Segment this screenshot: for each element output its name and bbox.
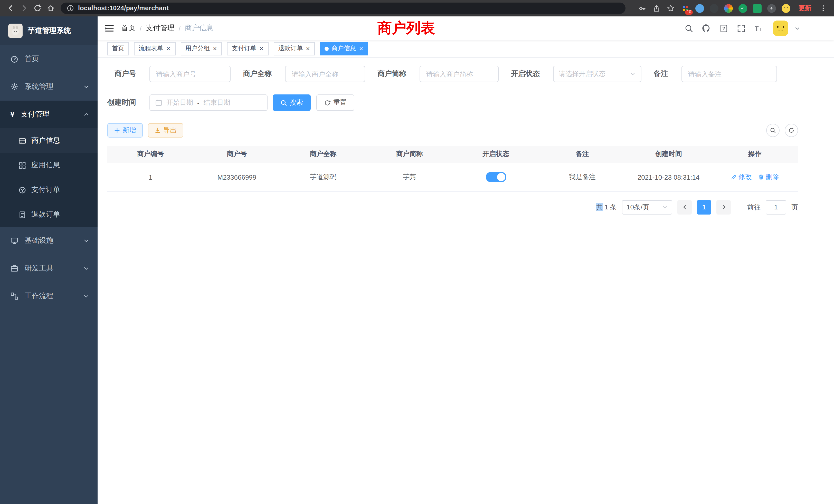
close-icon[interactable]: × [166, 45, 171, 52]
fullscreen-icon[interactable] [735, 22, 747, 35]
refresh-table-button[interactable] [785, 124, 798, 137]
search-icon [280, 99, 287, 106]
tab-process-form[interactable]: 流程表单× [134, 42, 175, 55]
browser-home-button[interactable] [44, 2, 58, 15]
active-dot [325, 46, 329, 50]
sidebar-item-label: 退款订单 [31, 210, 60, 219]
address-bar[interactable]: localhost:1024/pay/merchant [61, 3, 626, 14]
edit-button[interactable]: 修改 [731, 173, 752, 182]
close-icon[interactable]: × [212, 45, 217, 52]
close-icon[interactable]: × [306, 45, 310, 52]
total-prefix: 共 [596, 203, 602, 211]
sidebar-item-label: 系统管理 [25, 82, 53, 91]
browser-update-button[interactable]: 更新 [798, 4, 811, 13]
breadcrumb-payment[interactable]: 支付管理 [146, 24, 175, 33]
close-icon[interactable]: × [359, 45, 364, 52]
status-toggle[interactable] [486, 172, 506, 182]
filter-merchant-no: 商户号 [107, 66, 231, 82]
date-separator: - [197, 99, 199, 107]
avatar-caret-icon[interactable] [794, 25, 800, 31]
sidebar-item-merchant-info[interactable]: 商户信息 [0, 128, 97, 153]
help-icon[interactable]: ? [718, 22, 730, 35]
sidebar-item-system[interactable]: 系统管理 [0, 73, 97, 100]
sidebar-item-refund-order[interactable]: 退款订单 [0, 202, 97, 227]
tab-refund-order[interactable]: 退款订单× [274, 42, 315, 55]
cell-full-name: 芋道源码 [280, 163, 367, 191]
page-number-1[interactable]: 1 [697, 200, 711, 214]
merchant-no-input[interactable] [150, 66, 231, 82]
bookmark-star-icon[interactable] [665, 3, 676, 14]
url-text: localhost:1024/pay/merchant [78, 5, 169, 12]
red-annotation-text: 商户列表 [377, 19, 435, 38]
add-button[interactable]: 新增 [107, 123, 143, 138]
page-info-icon[interactable] [67, 5, 74, 12]
extension-smiley-icon[interactable] [780, 3, 791, 14]
sidebar-item-label: 支付管理 [21, 110, 49, 119]
extension-drop-icon[interactable] [694, 3, 705, 14]
tab-user-group[interactable]: 用户分组× [180, 42, 222, 55]
browser-back-button[interactable] [4, 2, 18, 15]
full-name-input[interactable] [285, 66, 365, 82]
search-icon[interactable] [682, 22, 695, 35]
extension-rainbow-icon[interactable] [723, 3, 734, 14]
tab-home[interactable]: 首页 [107, 42, 129, 55]
extension-pin-icon[interactable]: ⌖ [766, 3, 777, 14]
chevron-down-icon [630, 71, 636, 77]
cell-actions: 修改 删除 [712, 163, 798, 191]
sidebar-item-infra[interactable]: 基础设施 [0, 227, 97, 255]
browser-menu-icon[interactable] [816, 2, 830, 15]
share-icon[interactable] [651, 3, 662, 14]
toggle-search-button[interactable] [766, 124, 780, 137]
browser-right-controls: 10 ✓ ⌖ 更新 [636, 2, 830, 15]
col-create-time: 创建时间 [626, 146, 712, 163]
prev-page-button[interactable] [677, 200, 692, 214]
delete-button[interactable]: 删除 [758, 173, 779, 182]
sidebar-item-pay-order[interactable]: 支付订单 [0, 178, 97, 202]
extension-green-square-icon[interactable] [751, 3, 763, 14]
tab-pay-order[interactable]: 支付订单× [227, 42, 268, 55]
sidebar-item-devtools[interactable]: 研发工具 [0, 255, 97, 282]
status-select[interactable]: 请选择开启状态 [553, 66, 641, 82]
button-label: 删除 [766, 173, 779, 182]
cell-merchant-no: M233666999 [194, 163, 280, 191]
navbar-right-tools: ? TT [682, 21, 834, 36]
font-size-icon[interactable]: TT [752, 22, 765, 35]
next-page-button[interactable] [717, 200, 731, 214]
chevron-up-icon [83, 111, 89, 117]
hamburger-icon[interactable] [97, 17, 121, 40]
close-icon[interactable]: × [259, 45, 264, 52]
col-short-name: 商户简称 [367, 146, 453, 163]
extension-green-circle-icon[interactable]: ✓ [737, 3, 748, 14]
sidebar-item-home[interactable]: 首页 [0, 45, 97, 73]
date-range-picker[interactable]: 开始日期 - 结束日期 [150, 94, 267, 111]
sidebar-item-label: 应用信息 [31, 161, 60, 170]
extension-dark-icon[interactable] [708, 3, 720, 14]
toolbox-icon [10, 264, 19, 273]
merchant-table: 商户编号 商户号 商户全称 商户简称 开启状态 备注 创建时间 操作 1 [107, 146, 798, 192]
sidebar-item-app-info[interactable]: 应用信息 [0, 153, 97, 178]
sidebar-item-payment[interactable]: ¥ 支付管理 [0, 100, 97, 128]
filter-row-1: 商户号 商户全称 商户简称 开启状态 请选择开启状态 [107, 66, 798, 82]
col-actions: 操作 [712, 146, 798, 163]
reset-button[interactable]: 重置 [316, 94, 354, 111]
page-size-select[interactable]: 10条/页 [622, 200, 672, 214]
search-button[interactable]: 搜索 [273, 94, 311, 111]
app-logo[interactable]: 芋道管理系统 [0, 17, 97, 45]
tab-merchant-info[interactable]: 商户信息× [320, 42, 368, 55]
github-icon[interactable] [700, 22, 712, 35]
goto-page-input[interactable] [766, 200, 786, 214]
password-key-icon[interactable] [636, 3, 648, 14]
remark-input[interactable] [681, 66, 777, 82]
export-button[interactable]: 导出 [148, 123, 183, 138]
sidebar-item-workflow[interactable]: 工作流程 [0, 282, 97, 310]
browser-forward-button[interactable] [18, 2, 31, 15]
breadcrumb-home[interactable]: 首页 [121, 24, 136, 33]
extension-badge: 10 [685, 10, 693, 15]
browser-refresh-button[interactable] [31, 2, 44, 15]
user-avatar[interactable] [773, 21, 788, 36]
extension-colordots-icon[interactable]: 10 [679, 3, 691, 14]
short-name-input[interactable] [420, 66, 499, 82]
yen-icon: ¥ [10, 110, 15, 118]
pagination-total: 共 1 条 [596, 203, 617, 212]
pagination: 共 1 条 10条/页 1 前往 页 [107, 200, 798, 214]
